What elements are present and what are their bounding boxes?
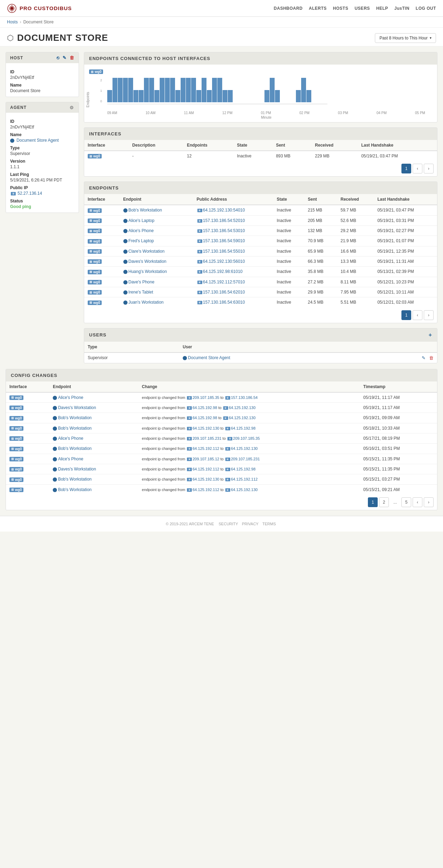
cfg-interface: ⊞ wg0 bbox=[6, 423, 49, 433]
ep-sent: 70.9 MB bbox=[304, 236, 337, 246]
endpoints-page-1[interactable]: 1 bbox=[401, 310, 411, 320]
cfg-interface: ⊞ wg0 bbox=[6, 474, 49, 484]
time-filter-dropdown[interactable]: Past 8 Hours to This Hour ▾ bbox=[375, 33, 436, 43]
host-delete-icon[interactable]: 🗑 bbox=[70, 55, 74, 60]
ep-received: 16.6 MB bbox=[337, 246, 374, 256]
interfaces-section-title: INTERFACES bbox=[89, 131, 121, 136]
cfg-endpoint: Daves's Workstation bbox=[49, 402, 138, 413]
svg-rect-13 bbox=[149, 78, 154, 102]
nav-alerts[interactable]: ALERTS bbox=[309, 6, 327, 11]
user-type: Supervisor bbox=[84, 353, 179, 363]
users-add-button[interactable]: + bbox=[429, 332, 432, 338]
svg-rect-18 bbox=[175, 90, 180, 102]
top-nav: PRO CUSTODIBUS DASHBOARD ALERTS HOSTS US… bbox=[0, 0, 443, 17]
interfaces-pagination: 1 ‹ › bbox=[84, 161, 437, 176]
ep-interface: ⊞ wg0 bbox=[84, 267, 120, 277]
ep-address: 🖥64.125.192.130:54010 bbox=[193, 205, 273, 215]
interfaces-next-btn[interactable]: › bbox=[424, 164, 434, 173]
nav-help[interactable]: HELP bbox=[376, 6, 388, 11]
interfaces-col-last-handshake: Last Handshake bbox=[358, 140, 437, 151]
interfaces-prev-btn[interactable]: ‹ bbox=[413, 164, 422, 173]
table-row: ⊞ wg0 Alice's Laptop 🖥157.130.186.54:520… bbox=[84, 215, 437, 225]
config-page-ellipsis: ... bbox=[390, 497, 400, 507]
ep-endpoint: Huang's Workstation bbox=[120, 267, 193, 277]
user-edit-icon[interactable]: ✎ bbox=[422, 355, 426, 361]
cfg-endpoint: Bob's Workstation bbox=[49, 413, 138, 423]
ep-last-handshake: 05/19/21, 03:31 PM bbox=[374, 215, 437, 225]
endpoints-col-last-handshake: Last Handshake bbox=[374, 194, 437, 205]
footer-terms[interactable]: TERMS bbox=[262, 522, 276, 526]
cfg-endpoint: Alice's Phone bbox=[49, 392, 138, 403]
footer-privacy[interactable]: PRIVACY bbox=[242, 522, 258, 526]
nav-justin[interactable]: JusTIN bbox=[394, 6, 409, 11]
cfg-timestamp: 05/15/21, 03:27 PM bbox=[360, 474, 437, 484]
cfg-change: endpoint ip changed from 🖥64.125.192.112… bbox=[138, 444, 360, 454]
breadcrumb-hosts[interactable]: Hosts bbox=[7, 20, 18, 24]
chart-panel: ENDPOINTS CONNECTED TO HOST INTERFACES ⊞… bbox=[84, 52, 437, 123]
agent-public-ip-link[interactable]: 52.27.136.14 bbox=[17, 191, 42, 196]
ep-state: Inactive bbox=[273, 297, 304, 307]
svg-rect-33 bbox=[301, 78, 306, 102]
footer-security[interactable]: SECURITY bbox=[219, 522, 238, 526]
ep-state: Inactive bbox=[273, 246, 304, 256]
agent-type-value: Supervisor bbox=[10, 151, 74, 156]
agent-name-link[interactable]: Document Store Agent bbox=[16, 138, 59, 143]
interfaces-col-sent: Sent bbox=[273, 140, 312, 151]
table-row: ⊞ wg0 Daves's Workstation endpoint ip ch… bbox=[6, 464, 437, 474]
cfg-change: endpoint ip changed from 🖥209.107.185.12… bbox=[138, 454, 360, 464]
endpoints-next-btn[interactable]: › bbox=[424, 310, 434, 320]
users-section-title: USERS bbox=[89, 332, 107, 337]
endpoints-col-address: Public Address bbox=[193, 194, 273, 205]
time-filter-label: Past 8 Hours to This Hour bbox=[379, 36, 428, 40]
svg-text:0: 0 bbox=[100, 99, 102, 103]
agent-status-value: Good ping bbox=[10, 204, 74, 209]
chart-panel-header: ENDPOINTS CONNECTED TO HOST INTERFACES bbox=[84, 52, 437, 65]
endpoints-col-sent: Sent bbox=[304, 194, 337, 205]
ep-received: 10.4 MB bbox=[337, 267, 374, 277]
user-actions: ✎ 🗑 bbox=[371, 353, 437, 363]
ep-received: 21.9 MB bbox=[337, 236, 374, 246]
interfaces-panel-header: INTERFACES bbox=[84, 128, 437, 140]
endpoints-panel: ENDPOINTS Interface Endpoint Public Addr… bbox=[84, 181, 437, 323]
user-delete-icon[interactable]: 🗑 bbox=[429, 355, 434, 361]
host-section-title: HOST bbox=[10, 55, 23, 60]
nav-users[interactable]: USERS bbox=[355, 6, 370, 11]
interfaces-table: Interface Description Endpoints State Se… bbox=[84, 140, 437, 161]
table-row: ⊞ wg0 Bob's Workstation endpoint ip chan… bbox=[6, 474, 437, 484]
ep-sent: 24.5 MB bbox=[304, 297, 337, 307]
svg-text:1: 1 bbox=[100, 89, 102, 92]
endpoints-prev-btn[interactable]: ‹ bbox=[413, 310, 422, 320]
ep-received: 5.51 MB bbox=[337, 297, 374, 307]
if-last-handshake: 05/19/21, 03:47 PM bbox=[358, 151, 437, 161]
svg-rect-30 bbox=[270, 78, 275, 102]
agent-gear-icon[interactable]: ⚙ bbox=[70, 105, 74, 110]
host-edit-icon[interactable]: ✎ bbox=[63, 55, 67, 60]
nav-dashboard[interactable]: DASHBOARD bbox=[274, 6, 303, 11]
brand: PRO CUSTODIBUS bbox=[7, 3, 72, 13]
host-diagram-icon[interactable]: ⎋ bbox=[57, 55, 60, 60]
ep-received: 59.7 MB bbox=[337, 205, 374, 215]
endpoints-table: Interface Endpoint Public Address State … bbox=[84, 194, 437, 307]
config-page-5[interactable]: 5 bbox=[401, 497, 411, 507]
table-row: ⊞ wg0 Alice's Phone endpoint ip changed … bbox=[6, 392, 437, 403]
host-header-icons: ⎋ ✎ 🗑 bbox=[57, 55, 74, 60]
chart-svg: 2 1 0 bbox=[100, 76, 331, 111]
ep-endpoint: Daves's Workstation bbox=[120, 256, 193, 266]
config-page-2[interactable]: 2 bbox=[379, 497, 389, 507]
users-col-user: User bbox=[179, 342, 371, 353]
chart-section-title: ENDPOINTS CONNECTED TO HOST INTERFACES bbox=[89, 56, 210, 61]
ep-address: 🖥157.130.186.54:55010 bbox=[193, 246, 273, 256]
cfg-change: endpoint ip changed from 🖥64.125.192.112… bbox=[138, 484, 360, 495]
users-col-actions bbox=[371, 342, 437, 353]
ep-address: 🖥157.130.186.54:63010 bbox=[193, 297, 273, 307]
nav-logout[interactable]: LOG OUT bbox=[416, 6, 436, 11]
interfaces-page-1[interactable]: 1 bbox=[401, 164, 411, 173]
host-name-value: Document Store bbox=[10, 88, 74, 93]
config-prev-btn[interactable]: ‹ bbox=[413, 497, 422, 507]
interfaces-col-endpoints: Endpoints bbox=[183, 140, 233, 151]
config-next-btn[interactable]: › bbox=[424, 497, 434, 507]
ep-address: 🖥157.130.186.54:59010 bbox=[193, 236, 273, 246]
nav-hosts[interactable]: HOSTS bbox=[333, 6, 348, 11]
endpoints-col-state: State bbox=[273, 194, 304, 205]
config-page-1[interactable]: 1 bbox=[368, 497, 378, 507]
